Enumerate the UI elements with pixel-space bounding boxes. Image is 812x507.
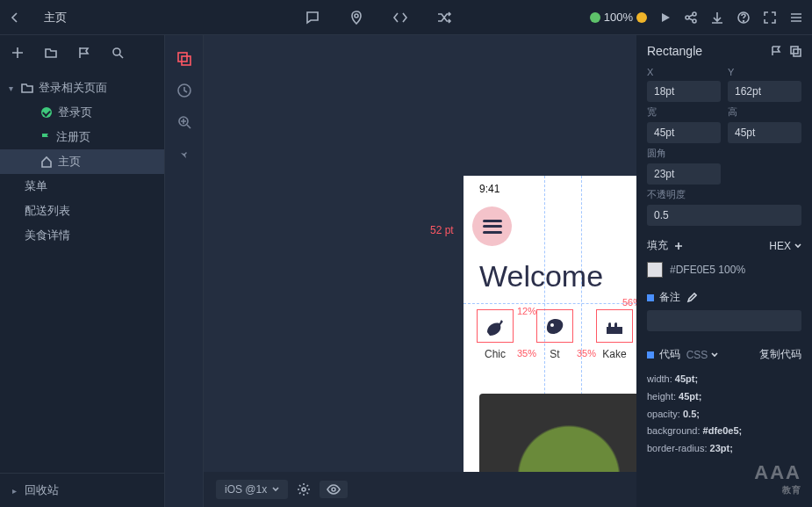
edit-icon[interactable] [686,293,697,303]
play-icon[interactable] [659,11,672,24]
scale-dropdown[interactable]: iOS @1x [216,480,288,499]
color-swatch[interactable] [647,262,663,278]
add-icon[interactable] [11,46,26,62]
back-icon[interactable] [9,11,21,24]
code-lang[interactable]: CSS [686,349,708,361]
code-block: width: 45pt; height: 45pt; opacity: 0.5;… [636,367,812,461]
scale-value: iOS @1x [225,483,267,496]
zoom-out-icon[interactable] [590,12,600,23]
prop-label-h: 高 [728,105,801,119]
tree-folder[interactable]: ▾ 登录相关页面 [0,76,164,100]
radius-input[interactable] [647,163,721,185]
check-icon [40,106,53,119]
svg-point-20 [302,488,305,491]
hamburger-icon [483,220,502,234]
tree-item-register[interactable]: 注册页 [0,125,164,149]
svg-point-2 [693,12,696,16]
category-item[interactable]: 56% Kake [596,309,633,360]
tree-item-label: 主页 [58,154,81,170]
eye-icon[interactable] [320,481,348,498]
selected-element[interactable] [472,206,512,246]
pin-icon[interactable] [176,146,192,162]
inspector: Rectangle X Y 宽 高 圆角 不透明度 填充 HEX [636,35,812,507]
x-input[interactable] [647,81,721,102]
folder-icon[interactable] [44,46,60,62]
menu-icon[interactable] [789,11,803,25]
percent-label: 35% [517,348,536,359]
measure-label: 52 pt [430,224,454,236]
help-icon[interactable] [737,11,751,25]
percent-label: 35% [577,348,596,359]
tree-item-label: 配送列表 [25,203,70,219]
search-icon[interactable] [111,46,126,62]
location-icon[interactable] [348,9,365,26]
svg-rect-8 [182,56,190,65]
chevron-down-icon [711,351,718,359]
svg-point-0 [355,14,358,18]
canvas[interactable]: 48 pt 52 pt 9:41 [204,35,636,507]
y-input[interactable] [728,81,801,102]
category-label: St [550,348,559,360]
tree-item[interactable]: 美食详情 [0,223,164,248]
copy-icon[interactable] [789,45,801,57]
tool-rail [165,35,204,507]
sidebar: ▾ 登录相关页面 登录页 注册页 主页 菜单 配送列表 美 [0,35,165,507]
fullscreen-icon[interactable] [763,11,777,25]
shuffle-icon[interactable] [435,9,453,26]
opacity-input[interactable] [647,205,801,226]
prop-label-y: Y [728,67,801,77]
download-icon[interactable] [710,11,724,25]
code-icon[interactable] [392,9,409,26]
page-title: 主页 [44,10,167,25]
caret-icon: ▾ [9,83,16,93]
trash-label: 回收站 [25,482,59,498]
welcome-heading: Welcome [479,259,603,293]
tree-item-login[interactable]: 登录页 [0,100,164,125]
code-label: 代码 [659,347,680,362]
zoom-icon[interactable] [176,114,192,130]
notes-input[interactable] [647,310,801,331]
trash-button[interactable]: ▸ 回收站 [0,473,164,507]
cake-icon [603,315,626,337]
folder-icon [21,82,33,94]
fill-value: #DFE0E5 100% [670,264,745,276]
copy-code-button[interactable]: 复制代码 [759,347,801,362]
flag-icon[interactable] [770,45,782,57]
chicken-icon [484,315,507,337]
percent-label: 12% [517,306,536,316]
artboard[interactable]: 9:41 Welcome 12% [463,176,636,507]
share-icon[interactable] [684,11,698,25]
tree-item-label: 注册页 [56,129,90,145]
layers-icon[interactable] [176,51,192,67]
tree-item[interactable]: 配送列表 [0,199,164,223]
gear-icon[interactable] [297,482,311,496]
category-item[interactable]: St 35% [536,309,573,360]
flag-icon[interactable] [77,46,93,62]
tree-item-label: 登录页 [58,105,92,120]
flag-icon [40,132,51,142]
fill-color-row[interactable]: #DFE0E5 100% [636,258,812,281]
section-indicator-icon [647,351,654,359]
status-bar: 9:41 [463,176,636,202]
width-input[interactable] [647,122,721,143]
add-icon[interactable] [674,242,683,250]
history-icon[interactable] [176,83,192,98]
tree-item[interactable]: 菜单 [0,174,164,199]
status-time: 9:41 [479,183,499,195]
category-label: Chic [485,348,506,360]
section-indicator-icon [647,294,654,301]
color-mode-dropdown[interactable]: HEX [769,240,801,252]
category-label: Kake [602,348,626,360]
inspector-title: Rectangle [647,44,702,58]
comment-icon[interactable] [304,9,321,26]
svg-point-3 [693,19,696,23]
zoom-value: 100% [604,11,633,24]
zoom-control[interactable]: 100% [590,11,647,24]
category-item[interactable]: 12% Chic 35% [477,309,514,360]
svg-point-19 [550,323,554,327]
category-row: 12% Chic 35% St 35% 56% Kake [477,309,636,360]
caret-icon: ▸ [12,486,19,496]
zoom-in-icon[interactable] [636,12,647,23]
height-input[interactable] [728,122,801,143]
tree-item-home[interactable]: 主页 [0,149,164,174]
